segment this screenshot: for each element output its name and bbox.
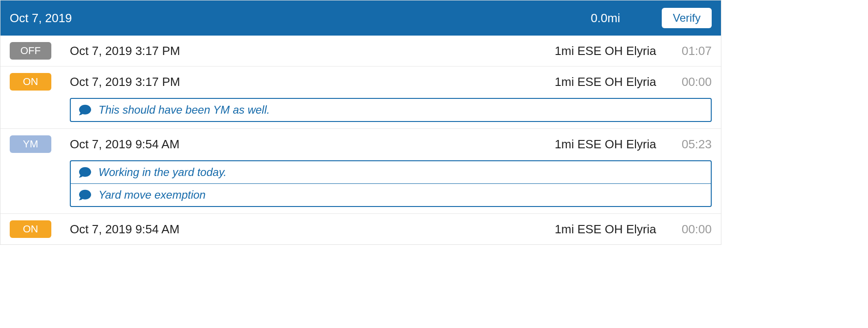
status-badge: OFF [10, 42, 51, 60]
row-duration: 05:23 [675, 137, 712, 152]
comment: This should have been YM as well. [71, 99, 711, 121]
log-row[interactable]: OFFOct 7, 2019 3:17 PM1mi ESE OH Elyria0… [0, 36, 721, 66]
log-row-main: YMOct 7, 2019 9:54 AM1mi ESE OH Elyria05… [10, 135, 712, 153]
day-header: Oct 7, 2019 0.0mi Verify [0, 0, 721, 36]
row-duration: 00:00 [675, 222, 712, 237]
comments-box: This should have been YM as well. [70, 98, 712, 122]
log-row-main: ONOct 7, 2019 9:54 AM1mi ESE OH Elyria00… [10, 220, 712, 238]
row-time: Oct 7, 2019 9:54 AM [70, 137, 554, 152]
comment-icon [79, 166, 91, 178]
comment-text: Yard move exemption [98, 188, 206, 201]
comment-text: Working in the yard today. [98, 166, 227, 179]
verify-button[interactable]: Verify [662, 8, 712, 28]
row-duration: 00:00 [675, 75, 712, 89]
comment-icon [79, 189, 91, 201]
log-row-main: ONOct 7, 2019 3:17 PM1mi ESE OH Elyria00… [10, 73, 712, 91]
row-duration: 01:07 [675, 44, 712, 58]
status-badge: ON [10, 73, 51, 91]
row-location: 1mi ESE OH Elyria [554, 75, 656, 89]
row-location: 1mi ESE OH Elyria [554, 44, 656, 58]
log-row[interactable]: YMOct 7, 2019 9:54 AM1mi ESE OH Elyria05… [0, 128, 721, 213]
header-date: Oct 7, 2019 [10, 11, 591, 25]
comment: Yard move exemption [71, 183, 711, 206]
rows-list: OFFOct 7, 2019 3:17 PM1mi ESE OH Elyria0… [0, 36, 721, 244]
row-location: 1mi ESE OH Elyria [554, 137, 656, 152]
log-row[interactable]: ONOct 7, 2019 9:54 AM1mi ESE OH Elyria00… [0, 213, 721, 244]
row-location: 1mi ESE OH Elyria [554, 222, 656, 237]
comments-box: Working in the yard today.Yard move exem… [70, 160, 712, 207]
log-row-main: OFFOct 7, 2019 3:17 PM1mi ESE OH Elyria0… [10, 42, 712, 60]
row-time: Oct 7, 2019 3:17 PM [70, 75, 554, 89]
status-badge: ON [10, 220, 51, 238]
log-container: Oct 7, 2019 0.0mi Verify OFFOct 7, 2019 … [0, 0, 721, 245]
row-time: Oct 7, 2019 9:54 AM [70, 222, 554, 237]
header-distance: 0.0mi [591, 11, 620, 25]
comment-icon [79, 104, 91, 116]
status-badge: YM [10, 135, 51, 153]
row-time: Oct 7, 2019 3:17 PM [70, 44, 554, 58]
comment: Working in the yard today. [71, 161, 711, 183]
log-row[interactable]: ONOct 7, 2019 3:17 PM1mi ESE OH Elyria00… [0, 66, 721, 128]
comment-text: This should have been YM as well. [98, 103, 270, 116]
